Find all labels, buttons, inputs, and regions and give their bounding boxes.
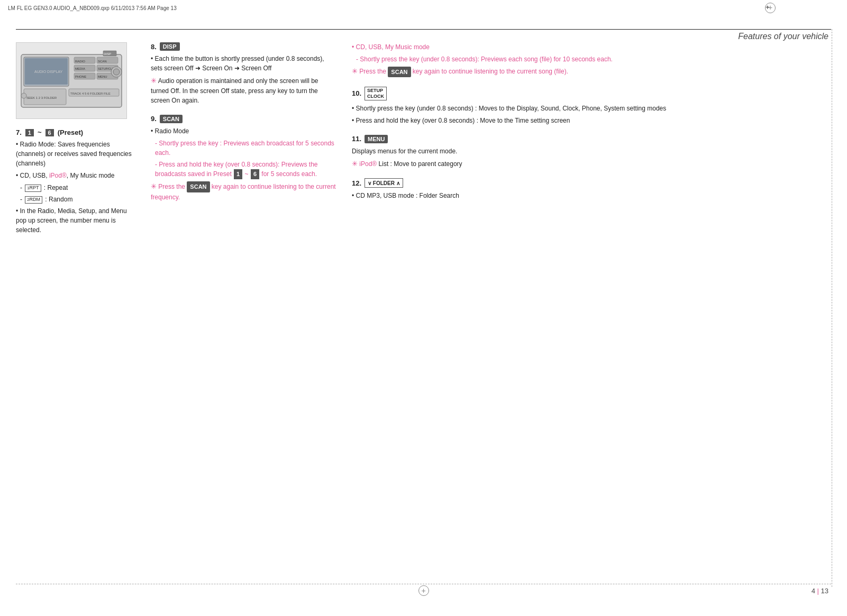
top-rule bbox=[16, 29, 831, 30]
svg-text:PHONE: PHONE bbox=[75, 75, 86, 78]
s7-sub-2: - 2RDM : Random bbox=[20, 195, 138, 204]
s8r-sub-1: - Shortly press the key (under 0.8 secon… bbox=[356, 54, 831, 64]
car-image: AUDIO DISPLAY RADIO MEDIA PHONE SCAN SET… bbox=[16, 42, 127, 119]
left-column: AUDIO DISPLAY RADIO MEDIA PHONE SCAN SET… bbox=[16, 42, 143, 574]
s10-bullet-2: • Press and hold the key (over 0.8 secon… bbox=[352, 116, 831, 125]
svg-text:RADIO: RADIO bbox=[75, 60, 85, 63]
svg-text:TRACK  4  5  6  FOLDER  FILE: TRACK 4 5 6 FOLDER FILE bbox=[70, 92, 111, 95]
s12-bullet-1: • CD MP3, USB mode : Folder Search bbox=[352, 191, 831, 200]
rdm-badge: 2RDM bbox=[25, 196, 42, 204]
svg-text:MEDIA: MEDIA bbox=[75, 67, 85, 70]
svg-text:SEEK  1  2  3  FOLDER: SEEK 1 2 3 FOLDER bbox=[26, 96, 57, 99]
preset-badge-1: 1 bbox=[25, 129, 34, 136]
setup-badge: SETUP CLOCK bbox=[365, 87, 387, 100]
folder-badge: ∨ FOLDER ∧ bbox=[365, 178, 403, 188]
s8-asterisk: ✳ Audio operation is maintained and only… bbox=[151, 76, 336, 105]
section-12-num: 12. bbox=[352, 179, 361, 187]
section-10-heading: 10. SETUP CLOCK bbox=[352, 87, 831, 100]
preset-label: (Preset) bbox=[58, 128, 83, 136]
section-12: 12. ∨ FOLDER ∧ • CD MP3, USB mode : Fold… bbox=[352, 178, 831, 200]
svg-text:SCAN: SCAN bbox=[98, 60, 107, 63]
ipod-link-2[interactable]: iPod® bbox=[359, 160, 377, 168]
section-8-num: 8. bbox=[151, 43, 157, 51]
s10-bullet-1: • Shortly press the key (under 0.8 secon… bbox=[352, 104, 831, 113]
menu-badge: MENU bbox=[365, 135, 388, 143]
bottom-rule bbox=[16, 584, 831, 584]
right-column: • CD, USB, My Music mode - Shortly press… bbox=[344, 42, 831, 574]
s9-sub-1: - Shortly press the key : Previews each … bbox=[155, 139, 336, 158]
section-8-right: • CD, USB, My Music mode - Shortly press… bbox=[352, 42, 831, 77]
section-11-num: 11. bbox=[352, 135, 361, 143]
section-10: 10. SETUP CLOCK • Shortly press the key … bbox=[352, 87, 831, 125]
section-8-heading: 8. DISP bbox=[151, 42, 336, 51]
header-crosshair: + bbox=[765, 3, 776, 13]
section-12-heading: 12. ∨ FOLDER ∧ bbox=[352, 178, 831, 188]
svg-text:AUDIO DISPLAY: AUDIO DISPLAY bbox=[34, 70, 62, 73]
ipod-link-1[interactable]: iPod® bbox=[49, 172, 67, 179]
tilde: ~ bbox=[38, 128, 42, 136]
section-8: 8. DISP • Each time the button is shortl… bbox=[151, 42, 336, 105]
section-7-num: 7. bbox=[16, 128, 22, 136]
s7-bullet-1: • Radio Mode: Saves frequencies (channel… bbox=[16, 140, 138, 168]
svg-text:DISP: DISP bbox=[104, 52, 111, 56]
radio-mode-label: Radio Mode bbox=[155, 127, 189, 135]
section-7-heading: 7. 1 ~ 6 (Preset) bbox=[16, 128, 138, 136]
section-7: 7. 1 ~ 6 (Preset) • Radio Mode: Saves fr… bbox=[16, 128, 138, 235]
s11-text: Displays menus for the current mode. bbox=[352, 146, 831, 156]
main-content: AUDIO DISPLAY RADIO MEDIA PHONE SCAN SET… bbox=[16, 42, 831, 574]
s7-bullet-2: • CD, USB, iPod®, My Music mode bbox=[16, 171, 138, 180]
scan-badge-inline: SCAN bbox=[187, 181, 210, 192]
disp-badge: DISP bbox=[160, 42, 180, 51]
rpt-badge: 1RPT bbox=[25, 185, 41, 192]
header-bar: LM FL EG GEN3.0 AUDIO_A_NBD009.qxp 6/11/… bbox=[0, 0, 847, 16]
svg-point-22 bbox=[21, 93, 26, 98]
svg-point-21 bbox=[113, 69, 120, 75]
section-10-num: 10. bbox=[352, 89, 361, 97]
section-11: 11. MENU Displays menus for the current … bbox=[352, 135, 831, 169]
preset-1-mid: 1 bbox=[234, 169, 242, 179]
s7-sub-1: - 1RPT : Repeat bbox=[20, 183, 138, 192]
section-title: Features of your vehicle bbox=[738, 32, 828, 41]
header-filename: LM FL EG GEN3.0 AUDIO_A_NBD009.qxp 6/11/… bbox=[8, 5, 765, 11]
section-9-heading: 9. SCAN bbox=[151, 115, 336, 123]
page-number: 4 | 13 bbox=[812, 587, 828, 595]
section-9: 9. SCAN • Radio Mode - Shortly press the… bbox=[151, 115, 336, 202]
s7-bullet-3: • In the Radio, Media, Setup, and Menu p… bbox=[16, 206, 138, 235]
s8r-heading: • CD, USB, My Music mode bbox=[352, 42, 831, 52]
s8-bullet-1: • Each time the button is shortly presse… bbox=[151, 54, 336, 73]
bottom-crosshair: + bbox=[418, 585, 429, 596]
s9-radio-mode: • Radio Mode bbox=[151, 126, 336, 136]
preset-6-mid: 6 bbox=[251, 169, 259, 179]
s8r-asterisk: ✳ Press the SCAN key again to continue l… bbox=[352, 66, 831, 77]
svg-text:MENU: MENU bbox=[98, 75, 107, 78]
scan-badge-right: SCAN bbox=[388, 67, 411, 78]
middle-column: 8. DISP • Each time the button is shortl… bbox=[143, 42, 344, 574]
s9-sub-2: - Press and hold the key (over 0.8 secon… bbox=[155, 160, 336, 179]
preset-badge-6: 6 bbox=[45, 129, 54, 136]
preset-suffix: for 5 seconds each. bbox=[261, 170, 317, 178]
section-11-heading: 11. MENU bbox=[352, 135, 831, 143]
s9-asterisk: ✳ Press the SCAN key again to continue l… bbox=[151, 181, 336, 202]
scan-badge-1: SCAN bbox=[160, 115, 183, 123]
s11-asterisk: ✳ iPod® List : Move to parent category bbox=[352, 159, 831, 169]
section-9-num: 9. bbox=[151, 115, 157, 123]
right-border bbox=[832, 29, 832, 587]
